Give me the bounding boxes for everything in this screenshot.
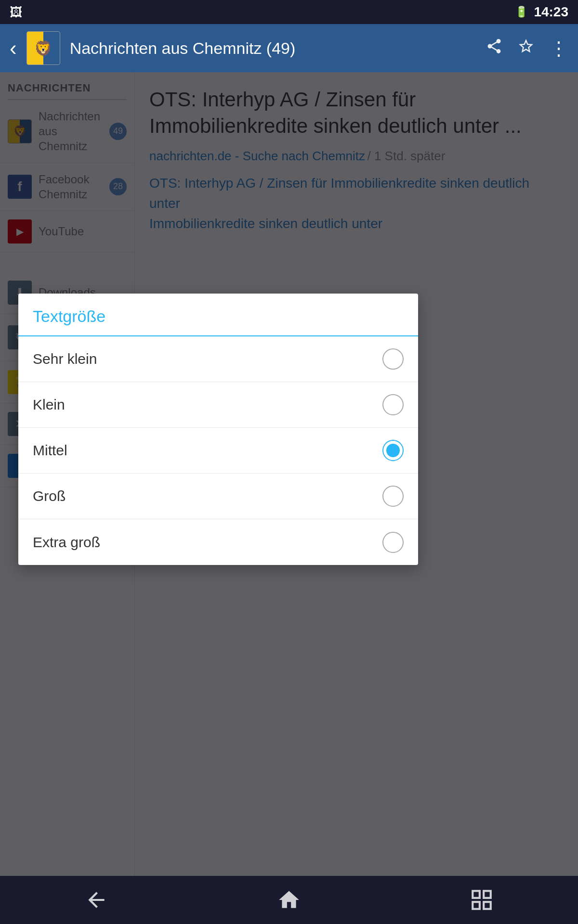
toolbar-actions: ⋮ (486, 37, 568, 59)
star-button[interactable] (517, 38, 535, 59)
recent-nav-button[interactable] (470, 888, 494, 912)
back-nav-button[interactable] (84, 888, 108, 912)
text-size-dialog: Textgröße Sehr klein Klein Mittel Groß E… (18, 294, 418, 565)
option-extra-large[interactable]: Extra groß (18, 519, 418, 565)
option-large-label: Groß (33, 488, 382, 504)
share-button[interactable] (486, 38, 503, 59)
time-display: 14:23 (534, 4, 568, 20)
back-button[interactable]: ‹ (10, 36, 17, 60)
app-icon: 🦁 (26, 31, 60, 65)
option-small[interactable]: Klein (18, 382, 418, 428)
option-medium-radio[interactable] (382, 440, 404, 461)
toolbar-title: Nachrichten aus Chemnitz (49) (70, 39, 476, 58)
nav-bar (0, 876, 578, 924)
option-extra-large-radio[interactable] (382, 532, 404, 553)
option-large-radio[interactable] (382, 486, 404, 507)
option-extra-large-label: Extra groß (33, 534, 382, 551)
chemnitz-icon: 🦁 (26, 31, 60, 65)
option-small-radio[interactable] (382, 394, 404, 415)
option-very-small-label: Sehr klein (33, 351, 382, 367)
svg-rect-2 (473, 902, 480, 909)
option-medium-label: Mittel (33, 442, 382, 459)
status-bar-left: 🖼 (10, 5, 22, 20)
more-menu-button[interactable]: ⋮ (549, 37, 568, 59)
screenshot-icon: 🖼 (10, 5, 22, 20)
status-bar: 🖼 🔋 14:23 (0, 0, 578, 24)
option-very-small-radio[interactable] (382, 348, 404, 370)
option-very-small[interactable]: Sehr klein (18, 336, 418, 382)
home-nav-button[interactable] (277, 888, 301, 912)
svg-rect-3 (484, 902, 491, 909)
toolbar: ‹ 🦁 Nachrichten aus Chemnitz (49) ⋮ (0, 24, 578, 72)
main-layout: NACHRICHTEN 🦁 Nachrichtenaus Chemnitz 49… (0, 72, 578, 876)
option-medium[interactable]: Mittel (18, 428, 418, 474)
option-large[interactable]: Groß (18, 474, 418, 519)
option-small-label: Klein (33, 397, 382, 413)
dialog-header: Textgröße (18, 294, 418, 336)
svg-rect-1 (484, 891, 491, 898)
status-bar-right: 🔋 14:23 (515, 4, 568, 20)
svg-rect-0 (473, 891, 480, 898)
dialog-title: Textgröße (33, 307, 404, 326)
battery-icon: 🔋 (515, 6, 528, 18)
